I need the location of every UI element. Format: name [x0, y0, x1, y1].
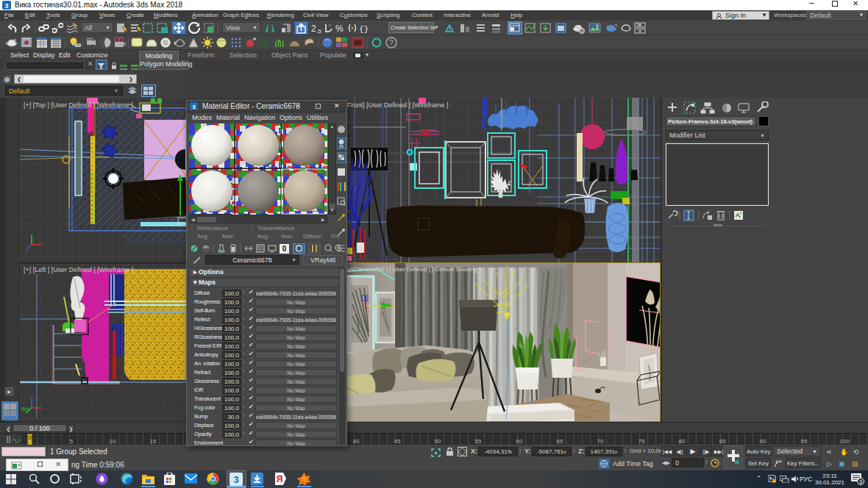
svg-text:▷: ▷: [827, 460, 832, 467]
svg-text:3: 3: [859, 479, 862, 484]
svg-text:x: x: [797, 476, 799, 481]
svg-text:{}: {}: [359, 25, 369, 33]
svg-text:▨: ▨: [852, 460, 858, 467]
svg-text:3: 3: [233, 474, 238, 485]
svg-text:%: %: [335, 24, 344, 33]
svg-text:3: 3: [192, 104, 196, 110]
svg-text:Wo: Wo: [21, 406, 29, 412]
svg-text:2: 2: [311, 24, 316, 33]
svg-text:°: °: [329, 24, 331, 29]
svg-text:FB: FB: [636, 23, 641, 27]
svg-text:✋: ✋: [840, 448, 849, 456]
svg-text:Я: Я: [277, 474, 283, 484]
svg-text:3: 3: [4, 2, 8, 10]
svg-text:,5: ,5: [316, 28, 321, 33]
svg-text:⟲: ⟲: [853, 448, 859, 456]
svg-text:0: 0: [282, 245, 287, 253]
svg-text:▪I: ▪I: [827, 448, 831, 456]
svg-text:?: ?: [389, 39, 394, 47]
svg-text:▣: ▣: [839, 460, 845, 467]
